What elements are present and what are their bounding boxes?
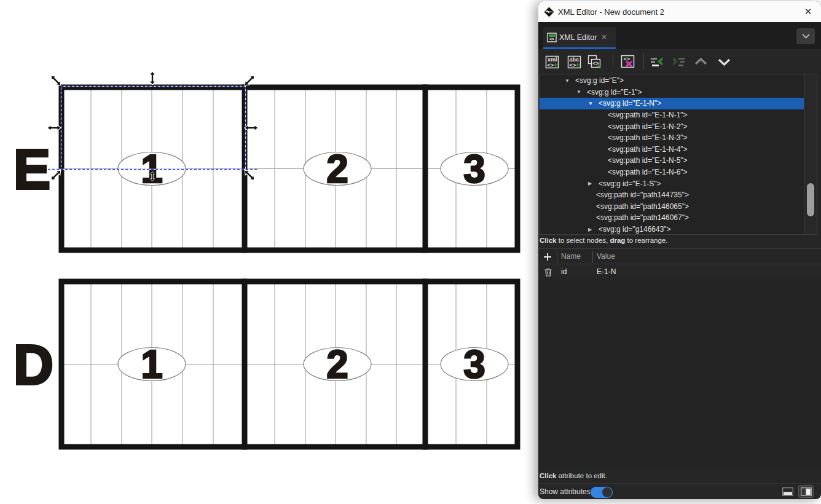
- attribute-row[interactable]: id E-1-N: [538, 266, 821, 279]
- xml-toolbar: xml <> + abc <> + <> +: [538, 49, 821, 74]
- column-divider: [592, 251, 593, 263]
- tab-label: XML Editor: [559, 33, 597, 42]
- drawing-row-e[interactable]: E 1 2 3: [14, 85, 517, 253]
- scale-handle-e[interactable]: [245, 125, 258, 130]
- add-attribute-button[interactable]: [541, 251, 554, 263]
- tree-node-text: <svg:path id="path146067">: [596, 213, 689, 222]
- unindent-node-button[interactable]: [648, 53, 665, 70]
- new-element-node-icon: xml <> +: [544, 53, 560, 70]
- window-title: XML Editor - New document 2: [558, 7, 664, 17]
- expand-triangle-icon[interactable]: ▶: [588, 227, 599, 232]
- tree-row[interactable]: <svg:path id="path144735">: [540, 189, 804, 201]
- inkscape-logo-icon: [544, 7, 554, 17]
- scale-handle-nw[interactable]: [49, 74, 63, 87]
- indent-node-button[interactable]: [670, 53, 687, 70]
- tab-xml-editor[interactable]: <> XML Editor ✕: [543, 27, 616, 47]
- duplicate-node-button[interactable]: <> +: [585, 53, 602, 70]
- tree-row[interactable]: ▼<svg:g id="E-1-N">: [540, 98, 804, 109]
- tree-row[interactable]: <svg:path id="E-1-N-4">: [540, 144, 804, 156]
- new-text-node-icon: abc <> +: [566, 53, 583, 70]
- svg-text:+: +: [575, 60, 580, 69]
- svg-text:<>: <>: [549, 37, 554, 41]
- new-text-node-button[interactable]: abc <> +: [565, 53, 583, 70]
- xml-tree[interactable]: ▼<svg:g id="E">▼<svg:g id="E-1">▼<svg:g …: [539, 74, 817, 235]
- tree-node-text: <svg:path id="E-1-N-1">: [608, 111, 688, 119]
- svg-text:<>: <>: [569, 61, 576, 68]
- tree-row[interactable]: <svg:path id="E-1-N-2">: [540, 120, 804, 132]
- attribute-hint-text: Click attribute to edit.: [540, 472, 607, 479]
- unindent-node-icon: [648, 53, 665, 70]
- drawing-canvas[interactable]: E 1 2 3 D: [0, 0, 539, 504]
- chevron-up-icon: [693, 54, 709, 69]
- svg-text:+: +: [553, 60, 558, 69]
- footer-bar: Show attributes: [538, 483, 821, 499]
- indent-node-icon: [670, 53, 687, 70]
- tree-row[interactable]: ▼<svg:g id="E-1">: [540, 87, 804, 98]
- collapse-triangle-icon[interactable]: ▼: [588, 101, 599, 106]
- section-number[interactable]: 1: [141, 342, 163, 387]
- tree-node-text: <svg:path id="E-1-N-4">: [608, 145, 688, 154]
- tree-node-text: <svg:g id="E-1-S">: [599, 179, 661, 188]
- tree-row[interactable]: ▶<svg:g id="E-1-S">: [540, 178, 804, 189]
- tree-row[interactable]: ▶<svg:g id="g146643">: [540, 224, 804, 235]
- collapse-triangle-icon[interactable]: ▼: [565, 78, 575, 84]
- move-node-down-button[interactable]: [715, 53, 733, 70]
- attribute-name[interactable]: id: [561, 267, 567, 276]
- attribute-value[interactable]: E-1-N: [597, 267, 616, 276]
- expand-triangle-icon[interactable]: ▶: [588, 181, 599, 186]
- tree-row[interactable]: <svg:path id="E-1-N-1">: [540, 109, 804, 121]
- tree-node-text: <svg:g id="E-1">: [587, 88, 642, 96]
- tree-node-text: <svg:path id="E-1-N-2">: [608, 122, 688, 131]
- delete-attribute-icon[interactable]: [543, 267, 553, 277]
- tab-close-icon[interactable]: ✕: [601, 33, 607, 41]
- window-titlebar[interactable]: XML Editor - New document 2 ✕: [538, 1, 821, 22]
- toggle-knob: [602, 487, 612, 497]
- value-column-header: Value: [597, 252, 615, 261]
- window-close-icon[interactable]: ✕: [801, 4, 815, 19]
- section-number[interactable]: 3: [463, 342, 485, 387]
- xml-editor-window: XML Editor - New document 2 ✕ <> XML Edi…: [538, 1, 821, 499]
- delete-node-icon: <>: [619, 53, 636, 70]
- tree-row[interactable]: ▼<svg:g id="E">: [540, 75, 804, 87]
- attributes-empty-area: [538, 279, 821, 471]
- tab-list-dropdown-button[interactable]: [796, 28, 815, 44]
- tree-scrollbar-thumb[interactable]: [807, 183, 814, 216]
- tree-row[interactable]: <svg:path id="E-1-N-3">: [540, 132, 804, 144]
- row-label-e[interactable]: E: [14, 139, 50, 200]
- drawing-row-d[interactable]: D 1 2 3: [14, 279, 517, 450]
- tree-hint-text: Click to select nodes, drag to rearrange…: [538, 235, 821, 248]
- section-number[interactable]: 3: [463, 147, 485, 191]
- tree-row[interactable]: <svg:path id="path146065">: [540, 201, 804, 213]
- chevron-down-icon: [802, 34, 810, 39]
- show-attributes-label: Show attributes: [540, 487, 591, 496]
- tree-node-text: <svg:path id="E-1-N-3">: [608, 133, 688, 142]
- vertical-layout-icon: [801, 487, 812, 496]
- layout-vertical-button[interactable]: [798, 485, 814, 498]
- tab-strip: <> XML Editor ✕: [538, 22, 821, 49]
- move-node-up-button[interactable]: [692, 53, 709, 70]
- tree-row[interactable]: <svg:path id="E-1-N-6">: [540, 167, 804, 178]
- tree-node-text: <svg:path id="E-1-N-5">: [608, 156, 688, 165]
- tree-scrollbar[interactable]: [804, 74, 817, 234]
- row-label-d[interactable]: D: [14, 334, 53, 396]
- tree-node-text: <svg:g id="E-1-N">: [599, 99, 661, 108]
- new-element-node-button[interactable]: xml <> +: [543, 53, 560, 70]
- name-column-header: Name: [561, 252, 581, 261]
- horizontal-layout-icon: [782, 487, 793, 496]
- delete-node-button[interactable]: <>: [619, 53, 636, 70]
- scale-handle-w[interactable]: [47, 125, 61, 130]
- layout-horizontal-button[interactable]: [780, 485, 795, 498]
- tree-node-text: <svg:g id="E">: [575, 76, 624, 85]
- tree-node-text: <svg:path id="path144735">: [596, 191, 689, 199]
- show-attributes-toggle[interactable]: [590, 486, 613, 498]
- tree-node-text: <svg:path id="E-1-N-6">: [608, 168, 688, 176]
- chevron-down-icon: [717, 54, 732, 69]
- tree-node-text: <svg:g id="g146643">: [599, 225, 671, 234]
- tree-row[interactable]: <svg:path id="path146067">: [540, 212, 804, 224]
- tree-row[interactable]: <svg:path id="E-1-N-5">: [540, 155, 804, 167]
- attributes-header: Name Value: [538, 248, 821, 264]
- scale-handle-n[interactable]: [149, 71, 155, 85]
- collapse-triangle-icon[interactable]: ▼: [576, 89, 587, 95]
- section-number[interactable]: 2: [326, 147, 348, 191]
- section-number[interactable]: 2: [326, 342, 348, 387]
